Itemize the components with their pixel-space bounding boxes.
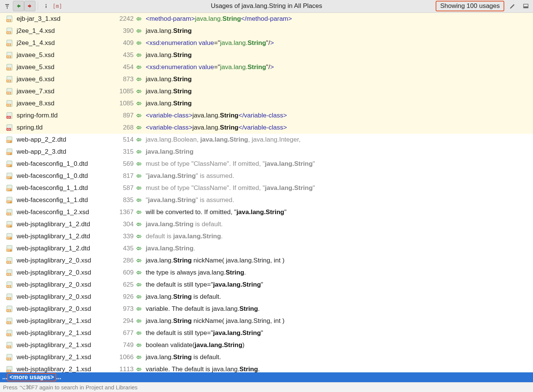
usage-row[interactable]: DT"web-jsptaglibrary_1_2.dtd339default i… (0, 230, 533, 242)
usage-row[interactable]: DT"web-facesconfig_1_0.dtd569 must be of… (0, 158, 533, 170)
status-hint: Press ⌥⌘F7 again to search in Project an… (3, 384, 137, 391)
usage-row[interactable]: XSj2ee_1_4.xsd409<xsd:enumeration value=… (0, 37, 533, 49)
line-number: 873 (111, 76, 134, 83)
dtd-file-icon: DT" (5, 136, 14, 143)
usage-row[interactable]: XSjavaee_7.xsd1085 java.lang.String (0, 85, 533, 97)
more-usages-bar[interactable]: ... <more usages> ... (0, 372, 533, 382)
code-snippet: java.lang.String is default. (146, 353, 221, 361)
code-snippet: "java.lang.String" is assumed. (146, 196, 234, 204)
svg-text:XS: XS (7, 43, 11, 46)
usage-row[interactable]: XSjavaee_8.xsd1085 java.lang.String (0, 97, 533, 110)
code-snippet: java.lang.String nickName( java.lang.Str… (146, 257, 285, 264)
line-number: 1113 (111, 366, 134, 373)
ellipsis-icon: ... (2, 374, 7, 381)
navigate-icon (134, 137, 143, 142)
navigate-icon (134, 270, 143, 275)
svg-text:XS: XS (7, 346, 11, 348)
xsd-file-icon: XS (5, 76, 14, 83)
file-name: web-jsptaglibrary_2_0.xsd (17, 269, 111, 276)
usage-row[interactable]: XSweb-jsptaglibrary_2_1.xsd1113variable.… (0, 363, 533, 373)
code-snippet: <xsd:enumeration value="java.lang.String… (146, 63, 274, 71)
xsd-file-icon: XS (5, 209, 14, 216)
usage-row[interactable]: XSweb-jsptaglibrary_2_0.xsd926java.lang.… (0, 291, 533, 303)
usage-row[interactable]: DT"web-facesconfig_1_1.dtd587 must be of… (0, 182, 533, 194)
usage-row[interactable]: XSjavaee_5.xsd435 java.lang.String (0, 49, 533, 61)
dtd-file-icon: DT" (5, 185, 14, 191)
code-snippet: java.lang.String (146, 51, 192, 59)
navigate-icon (134, 185, 143, 191)
svg-rect-1 (46, 6, 46, 8)
usage-row[interactable]: XSejb-jar_3_1.xsd2242 <method-param>java… (0, 13, 533, 25)
line-number: 339 (111, 233, 134, 240)
open-in-tool-window-button[interactable] (520, 1, 531, 11)
usage-row[interactable]: DT"web-facesconfig_1_1.dtd835 "java.lang… (0, 194, 533, 206)
code-snippet: <variable-class>java.lang.String</variab… (146, 112, 287, 119)
usage-row[interactable]: XSweb-jsptaglibrary_2_0.xsd609the type i… (0, 267, 533, 279)
dtd-file-icon: DT" (5, 233, 14, 240)
line-number: 625 (111, 281, 134, 289)
prev-occurrence-button[interactable] (13, 1, 24, 11)
file-name: web-facesconfig_1_2.xsd (17, 208, 111, 216)
usage-row[interactable]: XSweb-jsptaglibrary_2_1.xsd1066java.lang… (0, 351, 533, 363)
usage-row[interactable]: <>spring.tld268<variable-class>java.lang… (0, 122, 533, 134)
svg-text:DT": DT" (7, 188, 11, 191)
code-snippet: the type is always java.lang.String. (146, 269, 246, 276)
usage-row[interactable]: DT"web-facesconfig_1_0.dtd817 "java.lang… (0, 170, 533, 182)
svg-text:DT": DT" (7, 201, 11, 203)
info-button[interactable] (40, 1, 52, 11)
ellipsis-icon: ... (56, 374, 61, 381)
line-number: 835 (111, 196, 134, 204)
settings-button[interactable] (507, 1, 518, 11)
line-number: 315 (111, 148, 134, 156)
usage-row[interactable]: DT"web-jsptaglibrary_1_2.dtd435java.lang… (0, 242, 533, 255)
code-snippet: variable. The default is java.lang.Strin… (146, 305, 260, 313)
usage-row[interactable]: XSweb-jsptaglibrary_2_1.xsd294java.lang.… (0, 315, 533, 327)
navigate-icon (134, 246, 143, 251)
pin-button[interactable] (2, 1, 13, 11)
navigate-icon (134, 65, 143, 70)
xsd-file-icon: XS (5, 64, 14, 71)
file-name: web-facesconfig_1_1.dtd (17, 184, 111, 192)
dtd-file-icon: DT" (5, 173, 14, 179)
usage-row[interactable]: XSweb-jsptaglibrary_2_1.xsd749boolean va… (0, 339, 533, 351)
more-usages-label: <more usages> (7, 373, 56, 381)
usage-row[interactable]: XSjavaee_6.xsd873 java.lang.String (0, 73, 533, 85)
regex-button[interactable]: [m] (52, 1, 63, 11)
file-name: web-jsptaglibrary_2_1.xsd (17, 353, 111, 361)
usage-row[interactable]: XSweb-jsptaglibrary_2_0.xsd973variable. … (0, 303, 533, 315)
line-number: 677 (111, 329, 134, 337)
line-number: 304 (111, 221, 134, 228)
code-snippet: variable. The default is java.lang.Strin… (146, 366, 260, 373)
navigate-icon (134, 77, 143, 82)
navigate-icon (134, 40, 143, 46)
file-name: j2ee_1_4.xsd (17, 27, 111, 35)
usage-row[interactable]: XSweb-jsptaglibrary_2_1.xsd677the defaul… (0, 327, 533, 339)
usage-row[interactable]: XSweb-jsptaglibrary_2_0.xsd286java.lang.… (0, 255, 533, 267)
usage-row[interactable]: XSweb-jsptaglibrary_2_0.xsd625the defaul… (0, 279, 533, 291)
svg-text:XS: XS (7, 104, 11, 106)
svg-point-0 (46, 4, 47, 5)
file-name: web-jsptaglibrary_2_1.xsd (17, 341, 111, 349)
line-number: 2242 (111, 15, 134, 23)
navigate-icon (134, 367, 143, 372)
svg-text:DT": DT" (7, 237, 11, 239)
file-name: j2ee_1_4.xsd (17, 39, 111, 47)
usage-row[interactable]: DT"web-jsptaglibrary_1_2.dtd304 java.lan… (0, 218, 533, 230)
code-snippet: <variable-class>java.lang.String</variab… (146, 124, 287, 131)
usage-row[interactable]: XSjavaee_5.xsd454<xsd:enumeration value=… (0, 61, 533, 73)
next-occurrence-button[interactable] (24, 1, 35, 11)
usage-row[interactable]: <>spring-form.tld897<variable-class>java… (0, 110, 533, 122)
usage-row[interactable]: DT"web-app_2_3.dtd315java.lang.String (0, 146, 533, 158)
code-snippet: java.lang.String (146, 27, 192, 35)
code-snippet: the default is still type="java.lang.Str… (146, 329, 263, 337)
svg-text:XS: XS (7, 358, 11, 360)
usage-row[interactable]: XSweb-facesconfig_1_2.xsd1367will be con… (0, 206, 533, 218)
xsd-file-icon: XS (5, 52, 14, 59)
usage-row[interactable]: DT"web-app_2_2.dtd514java.lang.Boolean, … (0, 134, 533, 146)
file-name: web-jsptaglibrary_2_0.xsd (17, 281, 111, 289)
xsd-file-icon: XS (5, 88, 14, 95)
code-snippet: <method-param>java.lang.String</method-p… (146, 15, 292, 23)
usage-row[interactable]: XSj2ee_1_4.xsd390 java.lang.String (0, 25, 533, 37)
svg-text:XS: XS (7, 19, 11, 22)
usage-list[interactable]: XSejb-jar_3_1.xsd2242 <method-param>java… (0, 13, 533, 373)
